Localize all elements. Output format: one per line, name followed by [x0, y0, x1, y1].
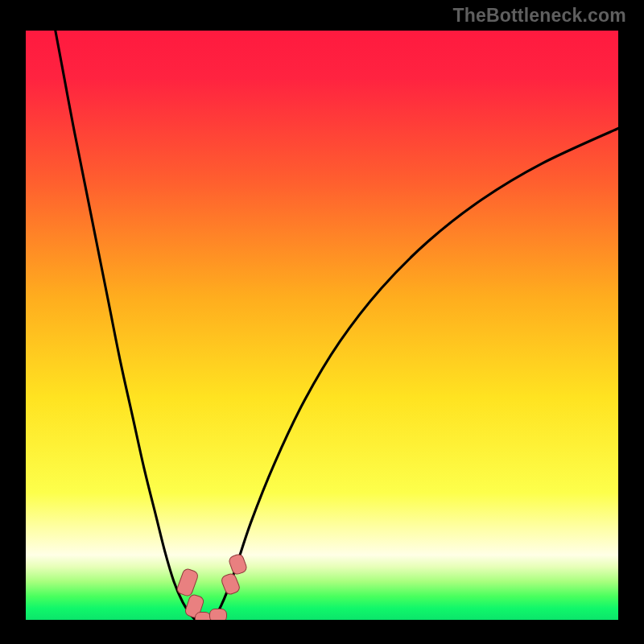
curve-layer	[26, 31, 618, 620]
chart-frame: TheBottleneck.com	[0, 0, 644, 644]
watermark-text: TheBottleneck.com	[452, 5, 626, 27]
marker-bottom-2	[209, 609, 227, 620]
curve-left-branch	[56, 31, 204, 620]
curve-right-branch	[204, 128, 618, 620]
plot-area	[26, 31, 618, 620]
